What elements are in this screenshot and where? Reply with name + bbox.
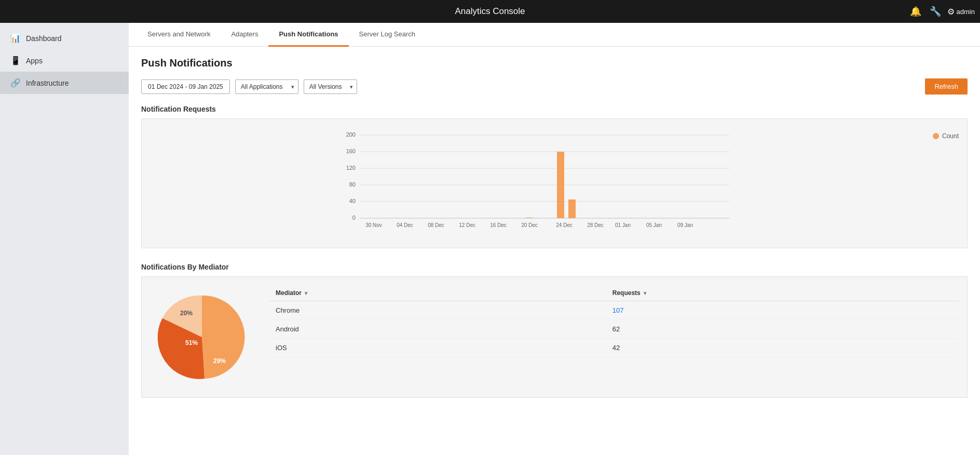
requests-col-header: Requests ▾ — [606, 285, 959, 301]
sidebar-item-dashboard-label: Dashboard — [26, 34, 62, 43]
svg-text:01 Jan: 01 Jan — [615, 222, 631, 228]
bar-20dec — [526, 218, 533, 218]
requests-cell-chrome[interactable]: 107 — [606, 301, 959, 320]
notifications-icon-button[interactable]: 🔔 — [908, 4, 923, 19]
mediator-cell-ios: iOS — [269, 339, 606, 357]
mediator-content: 51% 29% 20% Mediator — [141, 276, 968, 398]
svg-text:05 Jan: 05 Jan — [646, 222, 662, 228]
svg-text:12 Dec: 12 Dec — [459, 222, 475, 228]
tab-server-log-search[interactable]: Server Log Search — [349, 23, 426, 47]
main-layout: 📊 Dashboard 📱 Apps 🔗 Infrastructure Serv… — [0, 23, 980, 455]
wrench-icon-button[interactable]: 🔧 — [928, 4, 943, 19]
topbar-actions: 🔔 🔧 ⚙ admin — [908, 4, 975, 19]
tab-servers-network[interactable]: Servers and Network — [137, 23, 221, 47]
all-versions-select[interactable]: All Versions — [304, 79, 357, 94]
svg-text:24 Dec: 24 Dec — [556, 222, 573, 228]
svg-text:16 Dec: 16 Dec — [490, 222, 507, 228]
refresh-button[interactable]: Refresh — [925, 78, 968, 95]
chart-svg-wrap: 200 160 120 80 40 0 — [150, 127, 924, 244]
requests-cell-ios: 42 — [606, 339, 959, 357]
pie-label-ios: 20% — [180, 310, 193, 317]
svg-text:28 Dec: 28 Dec — [587, 222, 604, 228]
mediator-cell-android: Android — [269, 320, 606, 339]
tab-bar: Servers and Network Adapters Push Notifi… — [129, 23, 980, 47]
pie-label-chrome: 51% — [185, 339, 198, 346]
requests-sort-icon[interactable]: ▾ — [644, 290, 646, 296]
svg-text:20 Dec: 20 Dec — [521, 222, 538, 228]
page-title: Push Notifications — [141, 57, 968, 69]
admin-label: admin — [957, 8, 975, 16]
topbar: Analytics Console 🔔 🔧 ⚙ admin — [0, 0, 980, 23]
dashboard-icon: 📊 — [10, 33, 21, 43]
legend-count-label: Count — [942, 132, 959, 140]
mediator-table-header-row: Mediator ▾ Requests ▾ — [269, 285, 959, 301]
chart-area: 200 160 120 80 40 0 — [150, 127, 959, 244]
table-row: Android 62 — [269, 320, 959, 339]
mediator-cell-chrome: Chrome — [269, 301, 606, 320]
all-applications-select[interactable]: All Applications — [235, 79, 298, 94]
svg-text:160: 160 — [346, 148, 356, 154]
pie-chart-svg: 51% 29% 20% — [150, 285, 254, 389]
tab-push-notifications[interactable]: Push Notifications — [268, 23, 348, 47]
gear-icon: ⚙ — [947, 7, 955, 17]
table-row: Chrome 107 — [269, 301, 959, 320]
sidebar-item-dashboard[interactable]: 📊 Dashboard — [0, 27, 129, 49]
main-panel: Servers and Network Adapters Push Notifi… — [129, 23, 980, 455]
svg-text:04 Dec: 04 Dec — [397, 222, 413, 228]
bar-24dec — [557, 152, 564, 218]
svg-text:80: 80 — [349, 181, 356, 188]
bar-chart-svg: 200 160 120 80 40 0 — [150, 127, 924, 242]
pie-chart-wrap: 51% 29% 20% — [150, 285, 254, 389]
svg-text:30 Nov: 30 Nov — [365, 222, 382, 228]
tab-adapters[interactable]: Adapters — [221, 23, 268, 47]
mediator-table-header: Mediator ▾ Requests ▾ — [269, 285, 959, 301]
sidebar-item-infrastructure-label: Infrastructure — [26, 79, 69, 87]
admin-menu[interactable]: ⚙ admin — [947, 7, 975, 17]
pie-label-android: 29% — [213, 357, 226, 365]
svg-text:08 Dec: 08 Dec — [428, 222, 444, 228]
pie-chrome — [202, 296, 245, 379]
all-versions-wrapper: All Versions — [304, 79, 357, 94]
svg-text:200: 200 — [346, 131, 356, 138]
chart-legend: Count — [933, 132, 959, 140]
app-title: Analytics Console — [455, 6, 525, 17]
date-range-button[interactable]: 01 Dec 2024 - 09 Jan 2025 — [141, 79, 230, 94]
infrastructure-icon: 🔗 — [10, 78, 21, 88]
apps-icon: 📱 — [10, 56, 21, 65]
mediator-col-header: Mediator ▾ — [269, 285, 606, 301]
notifications-by-mediator-section: Notifications By Mediator — [141, 263, 968, 398]
sidebar-item-apps[interactable]: 📱 Apps — [0, 49, 129, 72]
bar-25dec — [568, 199, 576, 218]
legend-dot-count — [933, 133, 939, 139]
svg-text:120: 120 — [346, 165, 356, 171]
sidebar-item-infrastructure[interactable]: 🔗 Infrastructure — [0, 72, 129, 94]
sidebar-item-apps-label: Apps — [26, 57, 43, 65]
filters-row: 01 Dec 2024 - 09 Jan 2025 All Applicatio… — [141, 78, 968, 95]
notification-requests-chart-container: 200 160 120 80 40 0 — [141, 118, 968, 248]
requests-cell-android: 62 — [606, 320, 959, 339]
content-area: Push Notifications 01 Dec 2024 - 09 Jan … — [129, 47, 980, 419]
svg-text:0: 0 — [352, 215, 356, 221]
svg-text:09 Jan: 09 Jan — [677, 222, 693, 228]
sidebar: 📊 Dashboard 📱 Apps 🔗 Infrastructure — [0, 23, 129, 455]
svg-text:40: 40 — [349, 198, 356, 204]
notification-requests-title: Notification Requests — [141, 105, 968, 113]
mediator-table: Mediator ▾ Requests ▾ C — [269, 285, 959, 357]
all-applications-wrapper: All Applications — [235, 79, 298, 94]
mediator-table-body: Chrome 107 Android 62 iOS 42 — [269, 301, 959, 357]
mediator-section-title: Notifications By Mediator — [141, 263, 968, 271]
mediator-sort-icon[interactable]: ▾ — [305, 290, 307, 296]
table-row: iOS 42 — [269, 339, 959, 357]
